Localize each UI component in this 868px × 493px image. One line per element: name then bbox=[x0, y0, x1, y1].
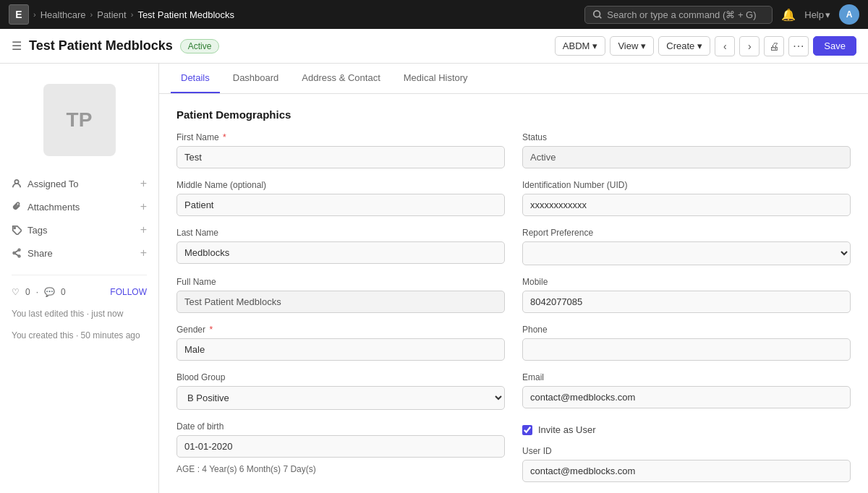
invite-user-group: Invite as User User ID bbox=[522, 421, 851, 482]
avatar[interactable]: A bbox=[839, 4, 859, 25]
abdm-button[interactable]: ABDM ▾ bbox=[555, 36, 606, 56]
report-pref-select[interactable]: Email Print bbox=[522, 241, 851, 265]
tab-details[interactable]: Details bbox=[171, 64, 220, 93]
chevron-down-icon: ▾ bbox=[825, 9, 830, 20]
age-text: AGE : 4 Year(s) 6 Month(s) 7 Day(s) bbox=[176, 464, 505, 474]
main-layout: TP Assigned To + Attachments + bbox=[0, 64, 868, 493]
patient-avatar: TP bbox=[43, 84, 116, 156]
breadcrumb-healthcare[interactable]: Healthcare bbox=[41, 9, 86, 20]
sidebar-item-assigned-to[interactable]: Assigned To + bbox=[12, 172, 147, 195]
breadcrumb-current: Test Patient Medblocks bbox=[137, 9, 234, 20]
demographics-title: Patient Demographics bbox=[176, 108, 851, 121]
view-button[interactable]: View ▾ bbox=[610, 36, 654, 56]
sidebar-item-tags[interactable]: Tags + bbox=[12, 218, 147, 241]
sidebar-item-attachments[interactable]: Attachments + bbox=[12, 195, 147, 218]
create-button[interactable]: Create ▾ bbox=[658, 36, 710, 56]
uid-input[interactable] bbox=[522, 194, 851, 216]
add-share-button[interactable]: + bbox=[140, 246, 147, 260]
likes-count: 0 bbox=[25, 287, 30, 297]
chevron-down-icon: ▾ bbox=[697, 40, 702, 51]
help-button[interactable]: Help ▾ bbox=[804, 9, 830, 20]
add-attachment-button[interactable]: + bbox=[140, 200, 147, 213]
search-icon bbox=[592, 9, 603, 20]
tab-address-contact[interactable]: Address & Contact bbox=[292, 64, 390, 93]
content-area: Details Dashboard Address & Contact Medi… bbox=[159, 64, 868, 493]
report-pref-label: Report Preference bbox=[522, 228, 851, 238]
add-assigned-button[interactable]: + bbox=[140, 177, 147, 190]
dob-label: Date of birth bbox=[176, 421, 505, 432]
person-icon bbox=[12, 179, 22, 189]
email-input[interactable] bbox=[522, 386, 851, 408]
more-options-button[interactable]: ··· bbox=[788, 36, 809, 56]
mobile-label: Mobile bbox=[522, 277, 851, 287]
last-name-group: Last Name bbox=[176, 228, 505, 265]
user-id-input[interactable] bbox=[522, 460, 851, 482]
created-text: You created this · 50 minutes ago bbox=[0, 325, 158, 346]
header-left: ☰ Test Patient Medblocks Active bbox=[12, 38, 219, 53]
print-button[interactable]: 🖨 bbox=[764, 36, 784, 56]
last-name-input[interactable] bbox=[176, 241, 505, 264]
svg-point-6 bbox=[13, 252, 15, 254]
invite-checkbox[interactable] bbox=[522, 425, 532, 435]
breadcrumb-sep-3: › bbox=[131, 10, 134, 19]
status-input[interactable] bbox=[522, 146, 851, 168]
share-icon bbox=[12, 248, 22, 258]
like-icon[interactable]: ♡ bbox=[12, 287, 20, 297]
email-group: Email bbox=[522, 372, 851, 410]
gender-input[interactable] bbox=[176, 338, 505, 361]
breadcrumb-sep-1: › bbox=[33, 10, 36, 19]
nav-next-button[interactable]: › bbox=[739, 36, 760, 56]
tabs-bar: Details Dashboard Address & Contact Medi… bbox=[159, 64, 868, 94]
full-name-group: Full Name bbox=[176, 277, 505, 313]
page-title: Test Patient Medblocks bbox=[29, 38, 173, 53]
follow-button[interactable]: FOLLOW bbox=[110, 287, 147, 297]
hamburger-icon[interactable]: ☰ bbox=[12, 39, 22, 53]
sidebar-item-label: Tags bbox=[27, 225, 47, 236]
status-badge: Active bbox=[180, 39, 220, 53]
demographics-form-grid: First Name * Status Middle Name (optiona… bbox=[176, 132, 851, 482]
notification-icon[interactable]: 🔔 bbox=[781, 8, 796, 22]
blood-group-label: Blood Group bbox=[176, 372, 505, 382]
add-tag-button[interactable]: + bbox=[140, 223, 147, 236]
sidebar-item-label: Share bbox=[27, 248, 53, 259]
phone-input[interactable] bbox=[522, 338, 851, 361]
comments-count: 0 bbox=[61, 287, 66, 297]
uid-label: Identification Number (UID) bbox=[522, 180, 851, 190]
blood-group-select[interactable]: B Positive A Positive O Positive AB Posi… bbox=[176, 386, 505, 410]
save-button[interactable]: Save bbox=[813, 36, 856, 56]
search-bar[interactable]: Search or type a command (⌘ + G) bbox=[584, 6, 773, 24]
patient-avatar-section: TP bbox=[0, 75, 158, 168]
sidebar-item-label: Assigned To bbox=[27, 179, 79, 189]
header-right: ABDM ▾ View ▾ Create ▾ ‹ › 🖨 ··· Save bbox=[555, 36, 856, 56]
last-name-label: Last Name bbox=[176, 228, 505, 238]
breadcrumb-sep-2: › bbox=[90, 10, 93, 19]
engagement-section: ♡ 0 · 💬 0 FOLLOW bbox=[0, 281, 158, 303]
middle-name-input[interactable] bbox=[176, 194, 505, 216]
full-name-label: Full Name bbox=[176, 277, 505, 287]
mobile-group: Mobile bbox=[522, 277, 851, 313]
phone-label: Phone bbox=[522, 325, 851, 335]
comment-icon[interactable]: 💬 bbox=[44, 287, 55, 297]
svg-line-1 bbox=[600, 17, 602, 19]
app-logo[interactable]: E bbox=[9, 4, 29, 25]
full-name-input[interactable] bbox=[176, 291, 505, 313]
invite-label[interactable]: Invite as User bbox=[538, 424, 595, 435]
svg-point-0 bbox=[594, 11, 600, 17]
breadcrumb-patient[interactable]: Patient bbox=[97, 9, 126, 20]
search-placeholder: Search or type a command (⌘ + G) bbox=[607, 9, 756, 20]
tab-medical-history[interactable]: Medical History bbox=[393, 64, 478, 93]
chevron-down-icon: ▾ bbox=[592, 40, 597, 51]
uid-group: Identification Number (UID) bbox=[522, 180, 851, 216]
invite-checkbox-row: Invite as User bbox=[522, 424, 851, 435]
nav-prev-button[interactable]: ‹ bbox=[715, 36, 735, 56]
gender-label: Gender * bbox=[176, 325, 505, 335]
mobile-input[interactable] bbox=[522, 291, 851, 313]
status-label: Status bbox=[522, 132, 851, 142]
first-name-label: First Name * bbox=[176, 132, 505, 142]
tab-dashboard[interactable]: Dashboard bbox=[223, 64, 289, 93]
sidebar-item-share[interactable]: Share + bbox=[12, 241, 147, 265]
first-name-input[interactable] bbox=[176, 146, 505, 168]
svg-point-3 bbox=[14, 228, 16, 229]
dob-input[interactable] bbox=[176, 435, 505, 458]
paperclip-icon bbox=[12, 202, 22, 212]
